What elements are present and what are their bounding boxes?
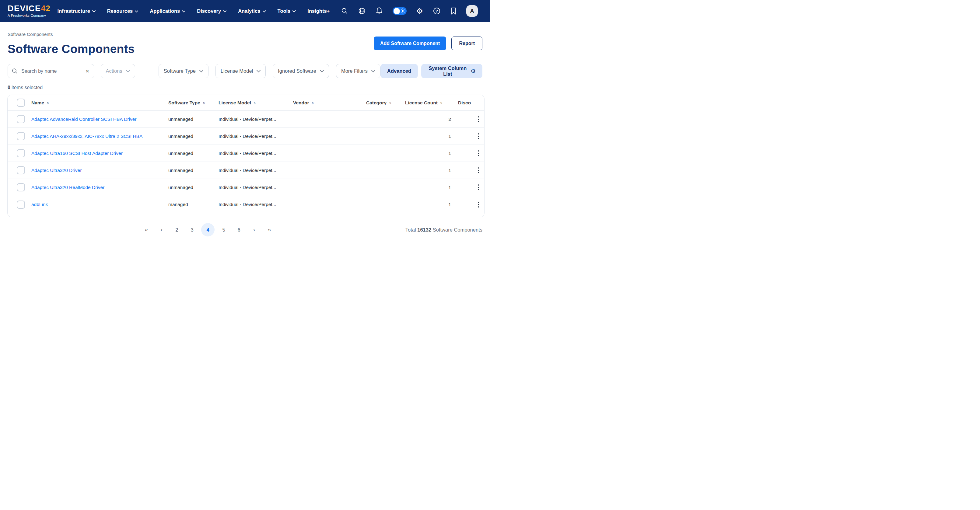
more-filters-dropdown[interactable]: More Filters (336, 64, 380, 78)
row-checkbox[interactable] (17, 183, 25, 191)
last-page-button[interactable]: » (263, 224, 275, 236)
help-icon[interactable]: ? (433, 7, 441, 15)
page-button-5[interactable]: 5 (218, 224, 230, 236)
search-input[interactable] (21, 68, 85, 74)
nav-menu-discovery[interactable]: Discovery (197, 8, 226, 14)
first-page-button[interactable]: « (140, 224, 153, 236)
globe-icon[interactable] (358, 7, 366, 15)
nav-menu-resources[interactable]: Resources (107, 8, 138, 14)
row-actions-kebab-icon[interactable] (473, 165, 485, 175)
column-label: Disco (458, 100, 471, 106)
page-button-4-active[interactable]: 4 (201, 223, 215, 237)
row-checkbox[interactable] (17, 149, 25, 157)
nav-menu-infrastructure[interactable]: Infrastructure (57, 8, 95, 14)
column-header-name[interactable]: Name↑↓ (25, 100, 162, 106)
component-name-link[interactable]: Adaptec Ultra160 SCSI Host Adapter Drive… (31, 151, 123, 156)
chevron-down-icon (262, 10, 266, 13)
row-actions-kebab-icon[interactable] (473, 114, 485, 124)
column-label: Name (31, 100, 44, 106)
column-header-vendor[interactable]: Vendor↑↓ (286, 100, 360, 106)
bookmark-icon[interactable] (450, 7, 457, 15)
gear-icon[interactable]: ⚙ (416, 7, 423, 15)
breadcrumb[interactable]: Software Components (8, 32, 482, 37)
logo-wordmark: DEVICE 42 (8, 5, 51, 13)
top-navbar: DEVICE 42 A Freshworks Company Infrastru… (0, 0, 490, 22)
selection-status: 0items selected (8, 85, 482, 91)
license-model-cell: Individual - Device/Perpet... (212, 202, 286, 207)
sort-icon[interactable]: ↑↓ (253, 101, 255, 105)
sort-icon[interactable]: ↑↓ (312, 101, 313, 105)
bell-icon[interactable] (375, 7, 383, 15)
row-actions-kebab-icon[interactable] (473, 200, 485, 209)
row-checkbox[interactable] (17, 166, 25, 174)
next-page-button[interactable]: › (248, 224, 260, 236)
column-header-category[interactable]: Category↑↓ (360, 100, 399, 106)
system-column-list-label: System Column List (428, 65, 468, 77)
chevron-down-icon (256, 70, 261, 72)
search-icon[interactable] (341, 7, 348, 14)
nav-menu-label: Discovery (197, 8, 221, 14)
component-name-link[interactable]: adbLink (31, 202, 48, 207)
clear-search-icon[interactable]: ✕ (85, 68, 90, 75)
select-all-checkbox[interactable] (17, 99, 25, 107)
device42-app: DEVICE 42 A Freshworks Company Infrastru… (0, 0, 490, 255)
ignored-software-filter[interactable]: Ignored Software (273, 64, 329, 78)
component-name-link[interactable]: Adaptec AHA-29xx/39xx, AIC-78xx Ultra 2 … (31, 133, 142, 139)
nav-menu-label: Insights+ (307, 8, 329, 14)
actions-dropdown[interactable]: Actions (101, 64, 135, 78)
column-label: Vendor (293, 100, 309, 106)
software-type-filter[interactable]: Software Type (159, 64, 208, 78)
license-count-cell: 1 (399, 151, 455, 156)
nav-menu-analytics[interactable]: Analytics (238, 8, 266, 14)
nav-menu-insights[interactable]: Insights+ (307, 8, 329, 14)
theme-toggle[interactable] (393, 7, 407, 15)
report-button[interactable]: Report (451, 37, 482, 50)
nav-menu-tools[interactable]: Tools (278, 8, 296, 14)
table-row: Adaptec Ultra320 Driver unmanaged Indivi… (8, 162, 484, 179)
row-checkbox[interactable] (17, 115, 25, 123)
row-actions-kebab-icon[interactable] (473, 183, 485, 192)
advanced-button[interactable]: Advanced (380, 64, 418, 78)
component-name-link[interactable]: Adaptec Ultra320 RealMode Driver (31, 185, 104, 190)
avatar[interactable]: A (466, 5, 478, 17)
sort-icon[interactable]: ↑↓ (389, 101, 391, 105)
chevron-down-icon (199, 70, 203, 72)
chevron-down-icon (293, 10, 296, 13)
chevron-down-icon (182, 10, 185, 13)
license-model-cell: Individual - Device/Perpet... (212, 151, 286, 156)
page-button-2[interactable]: 2 (171, 224, 183, 236)
column-label: License Model (218, 100, 251, 106)
license-model-cell: Individual - Device/Perpet... (212, 185, 286, 190)
device42-logo[interactable]: DEVICE 42 A Freshworks Company (8, 5, 51, 17)
row-actions-kebab-icon[interactable] (473, 148, 485, 158)
system-column-list-button[interactable]: System Column List ⚙ (421, 64, 482, 78)
chevron-down-icon (135, 10, 138, 13)
table-row: Adaptec Ultra160 SCSI Host Adapter Drive… (8, 145, 484, 162)
component-name-link[interactable]: Adaptec Ultra320 Driver (31, 168, 81, 173)
sort-icon[interactable]: ↑↓ (203, 101, 205, 105)
page-header: Software Components Software Components … (0, 22, 490, 56)
column-header-software-type[interactable]: Software Type↑↓ (162, 100, 212, 106)
row-checkbox[interactable] (17, 132, 25, 140)
prev-page-button[interactable]: ‹ (156, 224, 168, 236)
table-header-row: Name↑↓ Software Type↑↓ License Model↑↓ V… (8, 95, 484, 111)
add-software-component-button[interactable]: Add Software Component (374, 37, 446, 50)
filter-label: Software Type (164, 68, 196, 74)
license-model-filter[interactable]: License Model (215, 64, 266, 78)
software-type-cell: unmanaged (162, 185, 212, 190)
row-checkbox[interactable] (17, 200, 25, 209)
filter-bar: ✕ Actions Software Type License Model Ig… (8, 64, 482, 78)
column-header-discovered[interactable]: Disco (455, 100, 472, 106)
license-count-cell: 1 (399, 133, 455, 139)
total-count: Total 16132 Software Components (406, 227, 482, 233)
sort-icon[interactable]: ↑↓ (46, 101, 48, 105)
nav-menu-applications[interactable]: Applications (150, 8, 185, 14)
sort-icon[interactable]: ↑↓ (440, 101, 442, 105)
component-name-link[interactable]: Adaptec AdvanceRaid Controller SCSI HBA … (31, 116, 136, 122)
column-header-license-model[interactable]: License Model↑↓ (212, 100, 286, 106)
column-header-license-count[interactable]: License Count↑↓ (399, 100, 455, 106)
page-button-3[interactable]: 3 (186, 224, 198, 236)
page-button-6[interactable]: 6 (233, 224, 245, 236)
column-label: Software Type (168, 100, 200, 106)
row-actions-kebab-icon[interactable] (473, 132, 485, 141)
